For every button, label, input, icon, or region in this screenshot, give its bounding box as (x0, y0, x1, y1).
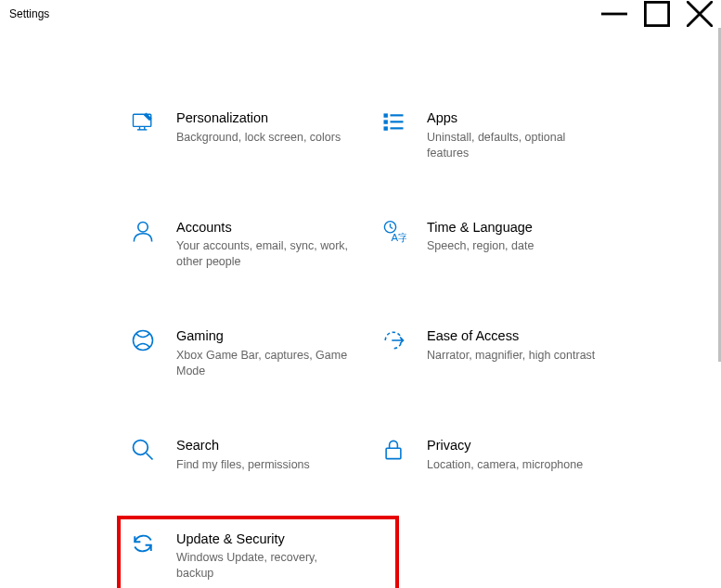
tile-title: Personalization (176, 109, 341, 127)
svg-rect-13 (391, 127, 404, 129)
tile-desc: Location, camera, microphone (427, 457, 583, 473)
tile-ease-of-access[interactable]: Ease of Access Narrator, magnifier, high… (380, 327, 631, 379)
svg-rect-12 (391, 121, 404, 122)
tile-desc: Xbox Game Bar, captures, Game Mode (176, 348, 353, 379)
tile-privacy[interactable]: Privacy Location, camera, microphone (380, 437, 631, 473)
tile-desc: Find my files, permissions (176, 457, 310, 473)
svg-point-21 (134, 440, 148, 454)
window-title: Settings (9, 7, 49, 20)
tile-desc: Your accounts, email, sync, work, other … (176, 238, 353, 270)
titlebar: Settings (0, 0, 721, 28)
tile-title: Update & Security (176, 530, 353, 548)
tile-title: Search (176, 437, 310, 454)
svg-rect-10 (384, 126, 388, 130)
tile-title: Ease of Access (427, 327, 595, 345)
close-button[interactable] (678, 0, 721, 28)
tile-title: Accounts (176, 219, 353, 236)
tile-desc: Uninstall, defaults, optional features (427, 130, 603, 161)
tile-gaming[interactable]: Gaming Xbox Game Bar, captures, Game Mod… (130, 327, 380, 379)
tile-accounts[interactable]: Accounts Your accounts, email, sync, wor… (130, 219, 380, 271)
gaming-icon (130, 327, 160, 357)
tile-apps[interactable]: Apps Uninstall, defaults, optional featu… (380, 109, 631, 161)
svg-rect-8 (384, 113, 388, 117)
tile-title: Gaming (176, 327, 353, 345)
tile-title: Apps (427, 109, 603, 127)
tile-desc: Speech, region, date (427, 238, 534, 254)
ease-of-access-icon (380, 327, 410, 357)
search-icon (130, 437, 160, 467)
update-security-icon (130, 530, 160, 560)
time-language-icon: A字 (380, 219, 410, 249)
svg-rect-9 (384, 120, 388, 123)
svg-text:A字: A字 (391, 231, 406, 242)
svg-line-17 (391, 226, 393, 228)
tile-time-language[interactable]: A字 Time & Language Speech, region, date (380, 219, 631, 271)
tile-title: Time & Language (427, 219, 534, 236)
tile-title: Privacy (427, 437, 583, 454)
svg-rect-11 (391, 114, 404, 116)
tile-desc: Windows Update, recovery, backup (176, 550, 353, 582)
minimize-button[interactable] (593, 0, 636, 28)
svg-rect-1 (645, 2, 668, 25)
maximize-button[interactable] (636, 0, 678, 28)
tile-search[interactable]: Search Find my files, permissions (130, 437, 380, 473)
highlighted-tile: Update & Security Windows Update, recove… (117, 516, 399, 589)
personalization-icon (130, 109, 160, 139)
tile-personalization[interactable]: Personalization Background, lock screen,… (130, 109, 380, 161)
window-controls (593, 0, 721, 28)
svg-line-22 (147, 453, 153, 459)
accounts-icon (130, 219, 160, 249)
tile-update-security[interactable]: Update & Security Windows Update, recove… (130, 530, 380, 582)
tile-desc: Narrator, magnifier, high contrast (427, 348, 595, 364)
svg-rect-23 (386, 448, 401, 458)
apps-icon (380, 109, 410, 139)
settings-grid: Personalization Background, lock screen,… (0, 28, 721, 582)
tile-desc: Background, lock screen, colors (176, 130, 341, 146)
svg-point-19 (134, 331, 153, 351)
svg-point-14 (138, 222, 148, 232)
privacy-icon (380, 437, 410, 467)
